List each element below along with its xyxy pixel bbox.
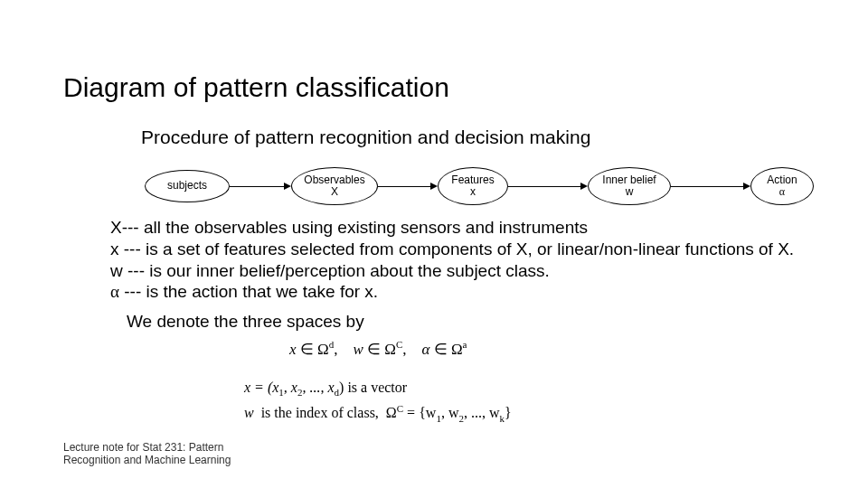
node-action: Action α	[750, 167, 814, 205]
math-class-line: w is the index of class, ΩC = {w1, w2, .…	[244, 403, 512, 424]
node-belief-l2: w	[626, 186, 634, 198]
page-title: Diagram of pattern classification	[63, 72, 449, 103]
node-observables-l2: X	[331, 186, 338, 198]
node-inner-belief: Inner belief w	[588, 167, 671, 205]
node-subjects-label: subjects	[167, 180, 207, 192]
node-features: Features x	[438, 167, 508, 205]
subtitle: Procedure of pattern recognition and dec…	[141, 127, 590, 148]
denote-text: We denote the three spaces by	[127, 312, 364, 332]
pipeline-diagram: subjects Observables X Features x Inner …	[145, 167, 814, 205]
math-vector-line: x = (x1, x2, ..., xd) is a vector	[244, 380, 512, 398]
arrow-icon	[230, 183, 291, 190]
footer-l1: Lecture note for Stat 231: Pattern	[63, 441, 231, 454]
arrow-icon	[378, 183, 438, 190]
arrow-icon	[508, 183, 588, 190]
footer-l2: Recognition and Machine Learning	[63, 454, 231, 466]
arrow-icon	[671, 183, 750, 190]
def-line-w: w --- is our inner belief/perception abo…	[110, 260, 794, 282]
def-line-x: x --- is a set of features selected from…	[110, 239, 794, 260]
footer-note: Lecture note for Stat 231: Pattern Recog…	[63, 441, 231, 467]
def-line-alpha: α --- is the action that we take for x.	[110, 281, 794, 303]
definitions-block: X--- all the observables using existing …	[110, 217, 794, 303]
def-line-X: X--- all the observables using existing …	[110, 217, 794, 239]
node-observables: Observables X	[291, 167, 378, 205]
node-action-l2: α	[779, 186, 785, 198]
math-vector-block: x = (x1, x2, ..., xd) is a vector w is t…	[244, 380, 512, 424]
math-spaces: x ∈ Ωd, w ∈ ΩC, α ∈ Ωa	[289, 339, 467, 359]
node-features-l2: x	[470, 186, 476, 198]
node-subjects: subjects	[145, 170, 230, 202]
